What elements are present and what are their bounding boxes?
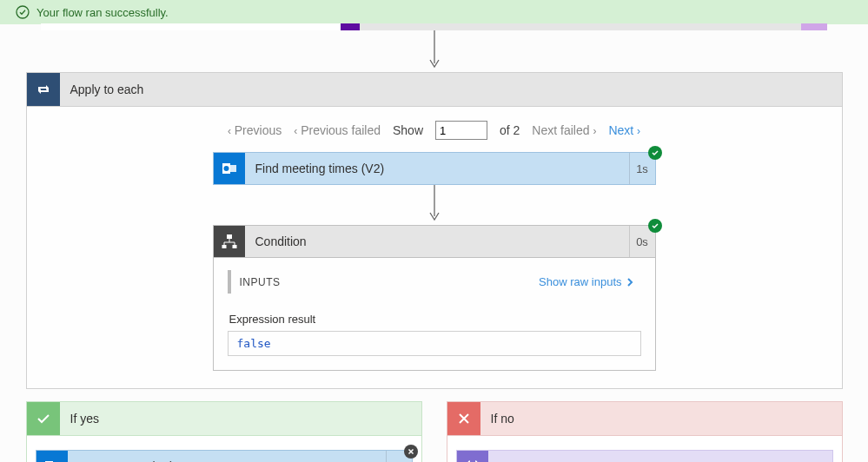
progress-strip [41,23,827,30]
step-title: Find meeting times (V2) [245,162,629,175]
iteration-pager: ‹ Previous ‹ Previous failed Show of 2 N… [27,121,842,140]
pager-show-label: Show [393,123,423,137]
banner-text: Your flow ran successfully. [36,6,169,19]
expression-result-value: false [228,331,641,356]
compose-step[interactable]: Compose 3 [456,450,833,462]
pager-index-input[interactable] [435,121,487,140]
chevron-right-icon [626,277,634,287]
condition-icon [214,226,245,257]
check-icon [27,402,60,435]
outlook-icon [214,153,245,184]
inputs-label: INPUTS [240,276,281,288]
show-raw-inputs-link[interactable]: Show raw inputs [539,275,633,288]
apply-to-each-container: Apply to each ‹ Previous ‹ Previous fail… [26,72,843,389]
pager-next[interactable]: Next › [608,123,640,137]
svg-rect-3 [230,165,236,172]
close-icon [447,402,480,435]
pager-prev-failed[interactable]: ‹ Previous failed [294,123,381,137]
if-no-branch: If no Compose 3 [447,401,843,462]
status-success-icon [648,146,662,160]
create-event-step[interactable]: Create event (V4) 0s [36,450,413,462]
if-no-header[interactable]: If no [447,401,843,436]
status-success-icon [648,219,662,233]
pager-next-failed[interactable]: Next failed › [532,123,596,137]
connector-arrow [27,185,842,225]
svg-point-0 [17,6,29,18]
find-meeting-times-step[interactable]: Find meeting times (V2) 1s [213,152,656,185]
pager-prev[interactable]: ‹ Previous [228,123,282,137]
svg-rect-12 [232,245,236,248]
braces-icon [457,451,488,462]
success-banner: Your flow ran successfully. [0,0,868,24]
condition-step: Condition 0s INPUTS Show raw inputs Expr… [213,225,656,371]
check-circle-icon [16,5,30,19]
connector-arrow [0,30,868,72]
svg-point-4 [223,166,229,171]
condition-header[interactable]: Condition 0s [213,225,656,258]
svg-rect-6 [227,234,232,239]
outlook-icon [36,451,68,462]
apply-to-each-header[interactable]: Apply to each [26,72,843,107]
status-skipped-icon [404,445,418,459]
loop-icon [27,73,60,106]
expression-result-label: Expression result [229,313,641,326]
if-yes-branch: If yes Create event (V4) 0s [26,401,422,462]
svg-rect-11 [222,245,226,248]
step-title: Condition [245,234,629,248]
apply-to-each-title: Apply to each [60,82,155,96]
pager-of-total: of 2 [500,123,520,137]
if-yes-header[interactable]: If yes [26,401,422,436]
